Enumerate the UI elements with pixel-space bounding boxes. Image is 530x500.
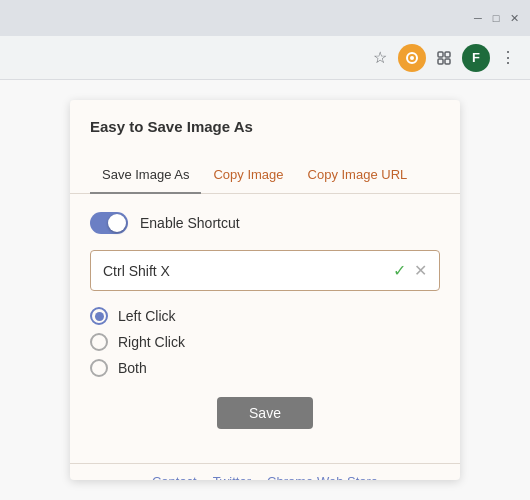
radio-label-left-click: Left Click [118,308,176,324]
radio-left-click[interactable]: Left Click [90,307,440,325]
click-type-radio-group: Left Click Right Click Both [90,307,440,377]
popup-panel: Easy to Save Image As Save Image As Copy… [70,100,460,480]
confirm-shortcut-icon[interactable]: ✓ [393,261,406,280]
radio-label-right-click: Right Click [118,334,185,350]
maximize-button[interactable]: □ [488,10,504,26]
puzzle-icon[interactable] [430,44,458,72]
window-controls: ─ □ ✕ [470,10,522,26]
titlebar: ─ □ ✕ [0,0,530,36]
chrome-web-store-link[interactable]: Chrome Web Store [267,474,378,480]
close-button[interactable]: ✕ [506,10,522,26]
svg-rect-3 [445,52,450,57]
radio-outer-right-click [90,333,108,351]
radio-inner-left-click [95,312,104,321]
toggle-thumb [108,214,126,232]
enable-shortcut-row: Enable Shortcut [90,212,440,234]
radio-label-both: Both [118,360,147,376]
enable-shortcut-toggle[interactable] [90,212,128,234]
radio-right-click[interactable]: Right Click [90,333,440,351]
radio-outer-both [90,359,108,377]
popup-header: Easy to Save Image As [70,100,460,157]
star-icon[interactable]: ☆ [366,44,394,72]
svg-point-1 [410,56,414,60]
shortcut-actions: ✓ ✕ [393,261,427,280]
menu-icon[interactable]: ⋮ [494,44,522,72]
browser-toolbar: ☆ F ⋮ [0,36,530,80]
tab-bar: Save Image As Copy Image Copy Image URL [70,157,460,194]
popup-title: Easy to Save Image As [90,118,440,135]
toggle-track [90,212,128,234]
contact-link[interactable]: Contact [152,474,197,480]
tab-copy-image[interactable]: Copy Image [201,157,295,194]
svg-rect-2 [438,52,443,57]
save-button-wrap: Save [90,397,440,429]
svg-rect-4 [438,59,443,64]
minimize-button[interactable]: ─ [470,10,486,26]
save-button[interactable]: Save [217,397,313,429]
toggle-label: Enable Shortcut [140,215,240,231]
svg-rect-5 [445,59,450,64]
radio-outer-left-click [90,307,108,325]
shortcut-input-wrap[interactable]: Ctrl Shift X ✓ ✕ [90,250,440,291]
popup-body: Enable Shortcut Ctrl Shift X ✓ ✕ Left Cl… [70,194,460,463]
extension-icon[interactable] [398,44,426,72]
clear-shortcut-icon[interactable]: ✕ [414,261,427,280]
profile-avatar[interactable]: F [462,44,490,72]
tab-save-image-as[interactable]: Save Image As [90,157,201,194]
tab-copy-image-url[interactable]: Copy Image URL [296,157,420,194]
popup-footer: Contact Twitter Chrome Web Store [70,463,460,480]
radio-both[interactable]: Both [90,359,440,377]
twitter-link[interactable]: Twitter [213,474,251,480]
content-area: Easy to Save Image As Save Image As Copy… [0,80,530,500]
shortcut-value: Ctrl Shift X [103,263,393,279]
